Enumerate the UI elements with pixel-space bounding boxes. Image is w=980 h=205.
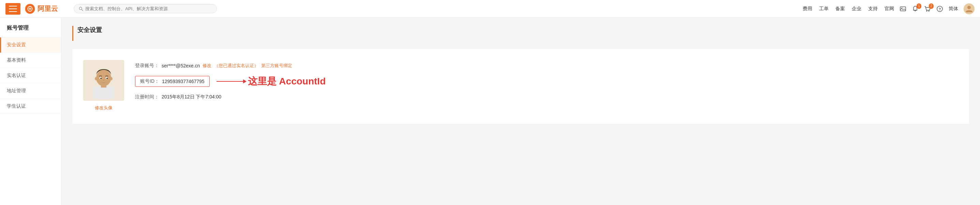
app-header: 阿里云 费用 工单 备案 企业 支持 官网	[0, 0, 980, 18]
nav-item-ticket[interactable]: 工单	[819, 6, 829, 12]
sidebar-item-security[interactable]: 安全设置	[0, 38, 61, 53]
cart-badge: 2	[929, 3, 934, 9]
sidebar-menu: 安全设置 基本资料 实名认证 地址管理 学生认证	[0, 38, 61, 114]
bind-link[interactable]: 第三方账号绑定	[261, 63, 292, 69]
annotation-arrow: 这里是 AccountId	[216, 75, 326, 88]
svg-point-17	[110, 77, 113, 80]
search-icon	[79, 6, 83, 11]
nav-item-support[interactable]: 支持	[868, 6, 878, 12]
help-button[interactable]: ?	[936, 5, 943, 12]
login-label: 登录账号：	[135, 63, 159, 69]
login-value: ser****@52exe.cn	[162, 63, 200, 68]
user-info: 登录账号： ser****@52exe.cn 修改 （您已通过实名认证） 第三方…	[135, 60, 958, 106]
login-row: 登录账号： ser****@52exe.cn 修改 （您已通过实名认证） 第三方…	[135, 63, 958, 69]
header-search	[74, 4, 217, 13]
nav-item-enterprise[interactable]: 企业	[852, 6, 861, 12]
notification-button[interactable]: 1	[912, 5, 919, 12]
search-box	[74, 4, 217, 13]
sidebar: 账号管理 安全设置 基本资料 实名认证 地址管理 学生认证	[0, 18, 61, 205]
main-content: 安全设置	[61, 18, 980, 205]
image-icon	[899, 5, 906, 12]
nav-item-fees[interactable]: 费用	[803, 6, 812, 12]
sidebar-item-address[interactable]: 地址管理	[0, 84, 61, 99]
header-icons: 1 2 ? 简体	[899, 3, 975, 14]
reg-time-row: 注册时间： 2015年8月12日 下午7:04:00	[135, 94, 958, 100]
svg-line-2	[81, 9, 83, 11]
svg-point-16	[95, 77, 97, 80]
user-avatar-display	[83, 60, 124, 101]
notification-badge: 1	[916, 3, 921, 9]
svg-rect-13	[94, 86, 114, 99]
avatar-section: 修改头像	[83, 60, 124, 111]
reg-time-value: 2015年8月12日 下午7:04:00	[162, 94, 221, 100]
sidebar-item-profile[interactable]: 基本资料	[0, 53, 61, 68]
arrow-line	[216, 81, 244, 82]
avatar-illustration	[87, 62, 121, 99]
help-icon: ?	[936, 5, 943, 12]
svg-point-6	[926, 11, 928, 11]
svg-point-22	[103, 80, 104, 81]
app-layout: 账号管理 安全设置 基本资料 实名认证 地址管理 学生认证 安全设置	[0, 18, 980, 205]
user-avatar-icon	[964, 3, 975, 14]
verify-link[interactable]: （您已通过实名认证）	[214, 63, 258, 69]
account-id-row: 账号ID： 1295939377467795 这里是 AccountId	[135, 75, 958, 88]
reg-time-label: 注册时间：	[135, 94, 159, 100]
sidebar-title: 账号管理	[0, 18, 61, 38]
logo-text: 阿里云	[38, 4, 58, 13]
lang-button[interactable]: 简体	[949, 6, 958, 12]
menu-icon	[9, 6, 17, 12]
change-avatar-link[interactable]: 修改头像	[95, 105, 113, 111]
svg-point-15	[96, 70, 111, 86]
nav-item-beian[interactable]: 备案	[835, 6, 845, 12]
hamburger-button[interactable]	[5, 3, 21, 15]
sidebar-item-realname[interactable]: 实名认证	[0, 68, 61, 84]
annotation-text: 这里是 AccountId	[248, 75, 326, 88]
image-icon-button[interactable]	[899, 5, 906, 12]
svg-text:?: ?	[939, 7, 941, 11]
svg-point-7	[929, 11, 929, 11]
nav-item-official[interactable]: 官网	[885, 6, 894, 12]
cart-button[interactable]: 2	[924, 5, 931, 12]
account-id-box: 账号ID： 1295939377467795	[135, 76, 210, 87]
svg-point-21	[107, 78, 108, 79]
modify-link[interactable]: 修改	[202, 63, 212, 69]
logo[interactable]: 阿里云	[25, 3, 58, 14]
account-id-label: 账号ID：	[140, 78, 159, 84]
page-title: 安全设置	[72, 26, 969, 41]
logo-icon	[25, 3, 35, 14]
header-left: 阿里云	[5, 3, 67, 15]
header-nav: 费用 工单 备案 企业 支持 官网	[803, 6, 894, 12]
sidebar-item-student[interactable]: 学生认证	[0, 99, 61, 114]
user-avatar-header[interactable]	[964, 3, 975, 14]
svg-point-11	[967, 6, 971, 9]
search-input[interactable]	[85, 6, 212, 11]
account-id-value: 1295939377467795	[162, 79, 205, 84]
profile-card: 修改头像 登录账号： ser****@52exe.cn 修改 （您已通过实名认证…	[72, 49, 969, 124]
svg-point-20	[100, 78, 102, 79]
